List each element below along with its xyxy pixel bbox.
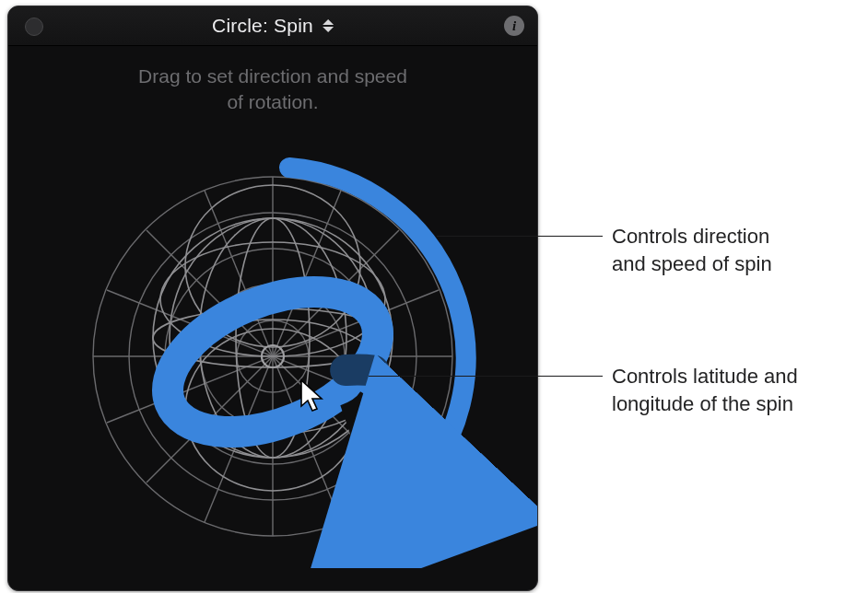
info-button[interactable]: i (504, 16, 524, 36)
callout-orbit-line1: Controls latitude and (612, 365, 798, 388)
window-dot-icon (25, 17, 43, 36)
title-popup-button[interactable]: Circle: Spin (212, 15, 334, 37)
callout-speed-line1: Controls direction (612, 225, 769, 248)
callout-orbit-line2: longitude of the spin (612, 392, 793, 415)
callout-speed-line2: and speed of spin (612, 252, 772, 275)
popup-disclosure-icon (323, 19, 334, 32)
instruction-text: Drag to set direction and speed of rotat… (8, 64, 537, 115)
spin-hud[interactable] (8, 126, 537, 568)
title-label: Circle: Spin (212, 15, 313, 37)
panel-titlebar: Circle: Spin i (8, 6, 537, 46)
hud-panel: Circle: Spin i Drag to set direction and… (7, 6, 538, 591)
